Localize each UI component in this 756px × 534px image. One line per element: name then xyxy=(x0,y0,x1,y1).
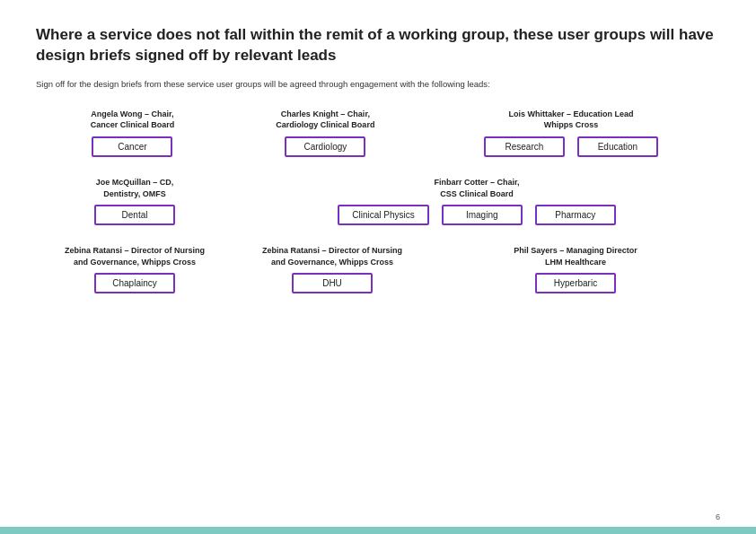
lead-joe: Joe McQuillan – CD,Dentistry, OMFS xyxy=(96,177,174,199)
tag-clinical-physics: Clinical Physics xyxy=(338,205,428,225)
tag-cancer: Cancer xyxy=(92,136,172,157)
row1-col3: Lois Whittaker – Education LeadWhipps Cr… xyxy=(422,109,720,157)
row1-col2: Charles Knight – Chair,Cardiology Clinic… xyxy=(229,109,422,157)
row3-col2: Zebina Ratansi – Director of Nursingand … xyxy=(233,245,431,293)
tag-pharmacy: Pharmacy xyxy=(535,205,616,225)
lead-finbarr: Finbarr Cotter – Chair,CSS Clinical Boar… xyxy=(434,177,519,199)
tag-chaplaincy: Chaplaincy xyxy=(94,273,175,293)
lead-charles: Charles Knight – Chair,Cardiology Clinic… xyxy=(276,109,374,131)
tag-cardiology: Cardiology xyxy=(285,136,365,157)
tag-education: Education xyxy=(577,136,658,157)
page-number: 6 xyxy=(716,512,720,521)
row1: Angela Wong – Chair,Cancer Clinical Boar… xyxy=(36,109,720,157)
lead-zebina2: Zebina Ratansi – Director of Nursingand … xyxy=(262,245,402,267)
tag-imaging: Imaging xyxy=(442,205,523,225)
lead-zebina1: Zebina Ratansi – Director of Nursingand … xyxy=(65,245,205,267)
tag-dhu: DHU xyxy=(292,273,373,293)
page-subtitle: Sign off for the design briefs from thes… xyxy=(36,79,720,89)
tag-hyperbaric: Hyperbaric xyxy=(535,273,616,293)
lead-phil: Phil Sayers – Managing DirectorLHM Healt… xyxy=(514,245,637,267)
tag-research: Research xyxy=(484,136,565,157)
row3-col1: Zebina Ratansi – Director of Nursingand … xyxy=(36,245,233,293)
tag-dental: Dental xyxy=(94,205,175,225)
row2-col-right-tags: Clinical Physics Imaging Pharmacy xyxy=(338,205,615,225)
row3-col3: Phil Sayers – Managing DirectorLHM Healt… xyxy=(431,245,720,293)
row1-col1: Angela Wong – Chair,Cancer Clinical Boar… xyxy=(36,109,229,157)
row2: Joe McQuillan – CD,Dentistry, OMFS Denta… xyxy=(36,177,720,225)
row2-col-left: Joe McQuillan – CD,Dentistry, OMFS Denta… xyxy=(36,177,233,225)
row3: Zebina Ratansi – Director of Nursingand … xyxy=(36,245,720,293)
row2-col-right: Finbarr Cotter – Chair,CSS Clinical Boar… xyxy=(233,177,720,225)
bottom-bar xyxy=(0,527,756,534)
lead-lois: Lois Whittaker – Education LeadWhipps Cr… xyxy=(508,109,633,131)
page-title: Where a service does not fall within the… xyxy=(36,25,720,66)
lead-angela: Angela Wong – Chair,Cancer Clinical Boar… xyxy=(91,109,175,131)
row1-col3-tags: Research Education xyxy=(484,136,658,157)
